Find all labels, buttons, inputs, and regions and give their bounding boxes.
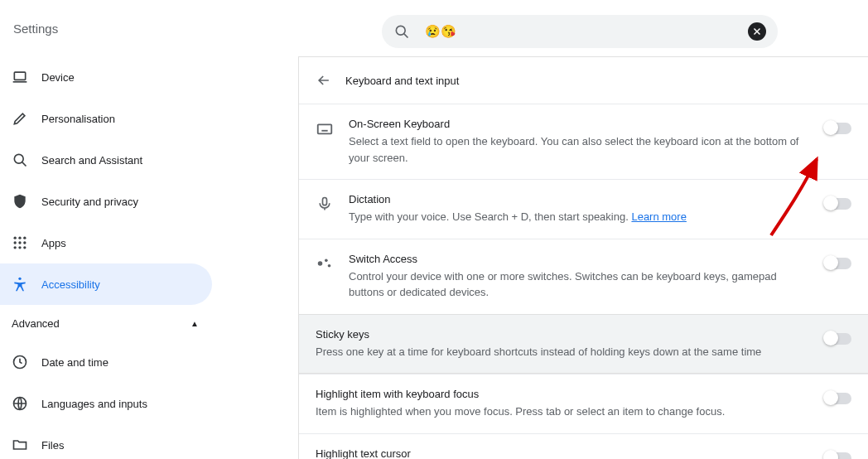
sidebar-item-security[interactable]: Security and privacy xyxy=(0,181,212,222)
svg-rect-4 xyxy=(14,72,25,80)
sidebar-item-languages[interactable]: Languages and inputs xyxy=(0,383,212,424)
main-panel: Keyboard and text input On-Screen Keyboa… xyxy=(298,56,868,459)
advanced-label: Advanced xyxy=(12,317,60,330)
clock-icon xyxy=(12,354,28,370)
back-button[interactable] xyxy=(316,72,332,89)
laptop-icon xyxy=(12,69,28,85)
svg-point-6 xyxy=(14,154,23,163)
chevron-up-icon: ▲ xyxy=(190,319,199,328)
keyboard-icon xyxy=(316,119,334,138)
highlight-focus-toggle[interactable] xyxy=(825,393,851,404)
sidebar-item-label: Device xyxy=(41,71,75,84)
switch-access-toggle[interactable] xyxy=(825,258,851,269)
dictation-desc-text: Type with your voice. Use Search + D, th… xyxy=(349,210,631,223)
row-title: On-Screen Keyboard xyxy=(349,118,805,130)
sidebar-item-label: Files xyxy=(41,439,64,452)
page-title: Keyboard and text input xyxy=(345,75,459,87)
edit-icon xyxy=(12,110,28,127)
svg-line-7 xyxy=(22,162,27,167)
svg-point-14 xyxy=(14,246,17,249)
svg-point-10 xyxy=(23,237,26,239)
sidebar-item-apps[interactable]: Apps xyxy=(0,222,212,263)
sidebar-item-search-assistant[interactable]: Search and Assistant xyxy=(0,139,212,181)
sidebar-item-accessibility[interactable]: Accessibility xyxy=(0,263,212,305)
apps-icon xyxy=(12,234,28,251)
shield-icon xyxy=(12,193,28,210)
sidebar-item-label: Languages and inputs xyxy=(41,398,147,410)
sidebar-item-label: Accessibility xyxy=(41,278,100,291)
sidebar-item-date-time[interactable]: Date and time xyxy=(0,341,212,383)
clear-search-icon[interactable] xyxy=(748,22,766,41)
search-icon xyxy=(393,23,410,40)
row-onscreen-keyboard: On-Screen Keyboard Select a text field t… xyxy=(299,104,868,179)
row-title: Highlight text cursor xyxy=(316,447,805,460)
folder-icon xyxy=(12,437,28,453)
svg-line-1 xyxy=(404,34,408,38)
accessibility-icon xyxy=(12,276,28,292)
sidebar-item-label: Security and privacy xyxy=(41,196,138,208)
sticky-keys-section: Sticky keys Press one key at a time for … xyxy=(299,314,868,374)
search-bar[interactable]: 😢😘 xyxy=(382,15,778,48)
dictation-toggle[interactable] xyxy=(825,198,851,210)
sidebar-item-label: Personalisation xyxy=(41,113,115,125)
sidebar: Device Personalisation Search and Assist… xyxy=(0,56,212,459)
app-title: Settings xyxy=(13,22,58,36)
row-desc: Select a text field to open the keyboard… xyxy=(349,133,805,166)
row-title: Dictation xyxy=(349,193,805,205)
globe-icon xyxy=(12,395,28,412)
sticky-keys-toggle[interactable] xyxy=(825,333,851,345)
row-sticky-keys: Sticky keys Press one key at a time for … xyxy=(299,315,868,374)
svg-point-13 xyxy=(23,241,26,244)
sidebar-item-files[interactable]: Files xyxy=(0,424,212,459)
sidebar-item-device[interactable]: Device xyxy=(0,56,212,98)
row-dictation: Dictation Type with your voice. Use Sear… xyxy=(299,180,868,239)
row-desc: Item is highlighted when you move focus.… xyxy=(316,403,805,420)
svg-point-16 xyxy=(23,246,26,249)
sidebar-item-label: Search and Assistant xyxy=(41,154,142,167)
svg-point-9 xyxy=(18,237,21,239)
row-desc: Type with your voice. Use Search + D, th… xyxy=(349,209,805,225)
mic-icon xyxy=(316,195,334,213)
svg-rect-20 xyxy=(318,124,332,133)
row-desc: Press one key at a time for keyboard sho… xyxy=(316,344,805,360)
highlight-cursor-toggle[interactable] xyxy=(825,452,851,460)
learn-more-link[interactable]: Learn more xyxy=(631,210,686,223)
switch-access-icon xyxy=(316,254,334,273)
svg-point-12 xyxy=(18,241,21,244)
row-highlight-focus: Highlight item with keyboard focus Item … xyxy=(299,374,868,433)
search-value[interactable]: 😢😘 xyxy=(425,24,748,39)
onscreen-keyboard-toggle[interactable] xyxy=(825,123,851,134)
sidebar-item-label: Apps xyxy=(41,237,66,249)
row-desc: Control your device with one or more swi… xyxy=(349,268,805,301)
advanced-toggle[interactable]: Advanced ▲ xyxy=(0,305,212,341)
row-title: Switch Access xyxy=(349,253,805,265)
row-switch-access: Switch Access Control your device with o… xyxy=(299,239,868,314)
sidebar-item-personalisation[interactable]: Personalisation xyxy=(0,98,212,139)
app-header: Settings 😢😘 xyxy=(0,0,868,56)
svg-point-11 xyxy=(14,241,17,244)
page-header: Keyboard and text input xyxy=(299,57,868,104)
svg-point-26 xyxy=(318,261,323,266)
sidebar-item-label: Date and time xyxy=(41,356,108,369)
svg-rect-25 xyxy=(323,198,327,205)
search-icon xyxy=(12,152,28,168)
svg-point-27 xyxy=(325,258,328,262)
svg-point-8 xyxy=(14,237,17,239)
row-title: Sticky keys xyxy=(316,328,805,341)
svg-point-15 xyxy=(18,246,21,249)
row-title: Highlight item with keyboard focus xyxy=(316,388,805,400)
row-highlight-cursor: Highlight text cursor Cursor is highligh… xyxy=(299,434,868,460)
svg-point-0 xyxy=(396,26,405,35)
svg-point-28 xyxy=(328,263,331,267)
svg-point-17 xyxy=(18,278,21,280)
